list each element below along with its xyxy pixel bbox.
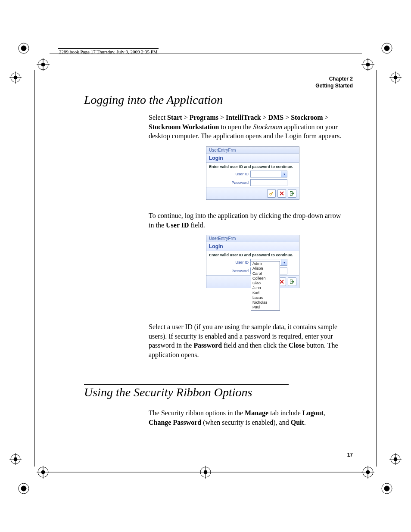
- svg-point-24: [38, 467, 48, 477]
- login-form-screenshot-expanded: UserEntryFrm Login Enter valid user ID a…: [206, 235, 299, 288]
- svg-point-9: [14, 76, 17, 79]
- form-heading: Login: [206, 154, 299, 163]
- svg-point-10: [382, 43, 392, 53]
- section-heading-logging-in: Logging into the Application: [84, 93, 223, 107]
- section-heading-security-ribbon: Using the Security Ribbon Options: [84, 386, 252, 399]
- chapter-title: Getting Started: [315, 82, 353, 89]
- svg-point-16: [391, 73, 400, 82]
- page-number: 17: [347, 452, 353, 458]
- svg-point-5: [41, 63, 45, 66]
- svg-point-29: [21, 486, 26, 491]
- exit-icon[interactable]: [288, 189, 296, 198]
- login-form-screenshot: UserEntryFrm Login Enter valid user ID a…: [206, 146, 299, 200]
- form-titlebar: UserEntryFrm: [206, 235, 299, 242]
- chevron-down-icon[interactable]: ▾: [281, 171, 287, 177]
- form-instruction: Enter valid user ID and password to cont…: [206, 163, 299, 170]
- form-heading: Login: [206, 242, 299, 251]
- password-field[interactable]: [250, 179, 287, 186]
- svg-point-23: [14, 457, 17, 461]
- list-item[interactable]: Giao: [251, 281, 280, 286]
- svg-point-30: [391, 454, 400, 464]
- svg-point-20: [11, 454, 20, 464]
- svg-point-40: [200, 467, 211, 477]
- svg-point-19: [394, 76, 397, 79]
- svg-point-28: [19, 483, 29, 494]
- svg-point-39: [384, 486, 389, 491]
- password-label: Password: [209, 269, 249, 273]
- form-instruction: Enter valid user ID and password to cont…: [206, 251, 299, 258]
- paragraph-open-app: Select Start > Programs > IntelliTrack >…: [149, 113, 347, 141]
- svg-point-0: [19, 43, 29, 53]
- chapter-number: Chapter 2: [315, 75, 353, 82]
- list-item[interactable]: Nicholas: [251, 300, 280, 305]
- print-job-info: 2289.book Page 17 Thursday, July 9, 2009…: [58, 48, 159, 55]
- paragraph-dropdown: To continue, log into the application by…: [149, 211, 347, 230]
- svg-point-15: [366, 63, 370, 66]
- list-item[interactable]: Karl: [251, 291, 280, 296]
- svg-point-34: [363, 467, 373, 477]
- chapter-header: Chapter 2 Getting Started: [315, 75, 353, 89]
- svg-point-27: [41, 470, 45, 474]
- form-titlebar: UserEntryFrm: [206, 147, 299, 154]
- paragraph-security-ribbon: The Security ribbon options in the Manag…: [149, 408, 347, 427]
- svg-point-2: [38, 59, 48, 70]
- section-rule: [84, 384, 289, 385]
- exit-icon[interactable]: [288, 277, 296, 286]
- svg-point-6: [11, 73, 20, 82]
- key-icon[interactable]: [267, 189, 276, 198]
- user-id-combo[interactable]: ▾: [250, 171, 287, 177]
- list-item[interactable]: John: [251, 286, 280, 290]
- list-item[interactable]: Admin: [251, 261, 280, 266]
- list-item[interactable]: Alison: [251, 266, 280, 271]
- svg-point-33: [394, 457, 397, 461]
- section-rule: [84, 92, 289, 92]
- list-item[interactable]: Carol: [251, 271, 280, 276]
- close-icon[interactable]: [277, 189, 286, 198]
- password-label: Password: [209, 180, 249, 185]
- svg-point-1: [21, 46, 26, 51]
- list-item[interactable]: Lucas: [251, 296, 280, 300]
- user-id-label: User ID: [209, 172, 249, 176]
- svg-point-49: [270, 193, 271, 195]
- chevron-down-icon[interactable]: ▾: [281, 259, 287, 265]
- svg-point-38: [382, 483, 392, 494]
- svg-point-11: [384, 46, 389, 51]
- user-id-dropdown-list[interactable]: Admin Alison Carol Colleen Giao John Kar…: [251, 261, 280, 311]
- svg-point-37: [366, 470, 370, 474]
- svg-point-12: [363, 59, 373, 70]
- paragraph-select-user: Select a user ID (if you are using the s…: [149, 322, 347, 359]
- user-id-label: User ID: [209, 260, 249, 264]
- list-item[interactable]: Colleen: [251, 276, 280, 281]
- svg-point-43: [204, 470, 207, 474]
- list-item[interactable]: Paul: [251, 305, 280, 310]
